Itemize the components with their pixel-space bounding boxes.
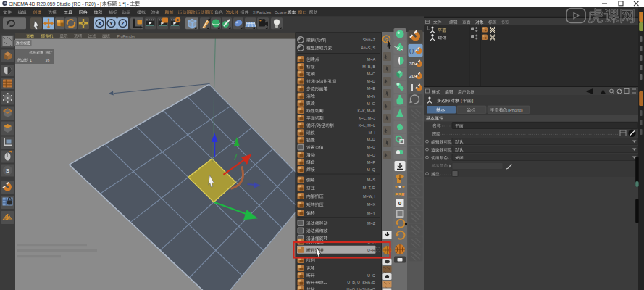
svg-text:( ): ( ) xyxy=(409,48,414,54)
svg-text:M~T, D: M~T, D xyxy=(363,186,375,190)
svg-text:Alt+S, S: Alt+S, S xyxy=(361,46,375,50)
svg-text:U~C: U~C xyxy=(367,273,375,278)
svg-text:M~Z: M~Z xyxy=(367,221,376,225)
svg-text:M~W, I: M~W, I xyxy=(363,194,375,199)
svg-text:(Phong): (Phong) xyxy=(508,108,523,112)
svg-text:M~S: M~S xyxy=(367,178,376,182)
svg-text:S: S xyxy=(6,167,10,174)
svg-text:?: ? xyxy=(385,37,388,44)
svg-text:M~X: M~X xyxy=(367,202,376,207)
svg-text:M~P: M~P xyxy=(367,160,376,165)
svg-text:M~O: M~O xyxy=(367,153,375,157)
svg-text:U~O, U~Shift+O: U~O, U~Shift+O xyxy=(347,287,375,290)
svg-text:3D: 3D xyxy=(409,61,415,66)
svg-text:PSR: PSR xyxy=(395,192,405,197)
svg-text:K~K, M~K: K~K, M~K xyxy=(357,109,375,113)
svg-text:Octane: Octane xyxy=(275,10,287,14)
svg-text:M~U: M~U xyxy=(367,145,375,149)
svg-text:1: 1 xyxy=(30,58,32,62)
svg-text:X-Particles: X-Particles xyxy=(253,10,271,14)
svg-text:K~L, M~L: K~L, M~L xyxy=(359,123,375,128)
svg-text:0: 0 xyxy=(398,200,402,207)
svg-text:CINEMA 4D R20.059 Studio (RC -: CINEMA 4D R20.059 Studio (RC - R20) - [ xyxy=(9,1,101,7)
svg-text:M~Y: M~Y xyxy=(367,211,376,215)
svg-text:ProRender: ProRender xyxy=(117,34,135,38)
svg-text:]: ] xyxy=(472,98,474,103)
svg-text:M~H: M~H xyxy=(367,138,375,142)
svg-text:M~G: M~G xyxy=(367,102,375,106)
svg-text:1 *] -: 1 *] - xyxy=(119,1,129,7)
svg-text:M~C: M~C xyxy=(367,72,375,76)
svg-text:[: [ xyxy=(461,98,462,103)
svg-text:U~D, U~Shift+D: U~D, U~Shift+D xyxy=(347,281,375,285)
svg-text:36: 36 xyxy=(46,58,50,62)
svg-text:M~D: M~D xyxy=(367,79,375,83)
svg-text:2D: 2D xyxy=(409,73,415,78)
svg-text:K~L, M~J: K~L, M~J xyxy=(359,116,375,120)
svg-text:Y: Y xyxy=(109,20,113,27)
svg-text:M~B, B: M~B, B xyxy=(362,65,375,69)
svg-text:Z: Z xyxy=(121,20,125,27)
svg-text:M~N: M~N xyxy=(367,94,375,99)
svg-text:M~A: M~A xyxy=(367,57,376,62)
svg-text:M~I: M~I xyxy=(369,130,375,135)
svg-text:M~E: M~E xyxy=(367,86,376,91)
svg-text:U~R: U~R xyxy=(367,248,375,252)
svg-text:M~Q: M~Q xyxy=(367,167,375,172)
svg-text:X: X xyxy=(98,20,101,27)
svg-text:Shift+Z: Shift+Z xyxy=(363,38,376,42)
